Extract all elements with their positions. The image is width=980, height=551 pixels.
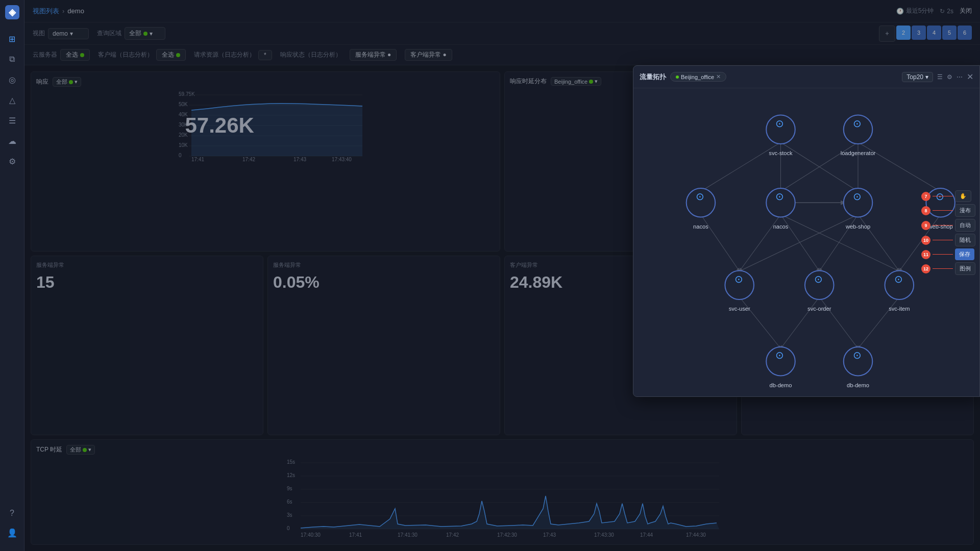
svg-text:svc-stock: svc-stock [769, 150, 793, 156]
modal-overlay: 流量拓扑 Beijing_office ✕ Top20 ▾ ☰ ⚙ ⋯ ✕ [24, 0, 980, 551]
filter-icon[interactable]: ⚙ [947, 73, 952, 81]
svg-text:⊙: ⊙ [775, 118, 784, 129]
svg-text:db-demo: db-demo [847, 382, 869, 388]
more-options-icon[interactable]: ⋯ [957, 73, 963, 81]
sidebar-item-cloud[interactable]: ☁ [3, 132, 21, 150]
sidebar-item-alert[interactable]: △ [3, 91, 21, 109]
modal-tag-close-icon[interactable]: ✕ [716, 73, 721, 80]
svg-text:⊙: ⊙ [775, 349, 784, 361]
svg-text:⊙: ⊙ [696, 191, 704, 202]
sidebar-item-topology[interactable]: ⧉ [3, 50, 21, 68]
sidebar-item-map[interactable]: ◎ [3, 70, 21, 89]
svg-line-74 [781, 297, 820, 348]
context-item-roam[interactable]: 漫布 [955, 204, 975, 217]
sidebar-item-logs[interactable]: ☰ [3, 111, 21, 130]
sidebar-item-help[interactable]: ? [3, 504, 21, 522]
svg-text:⊙: ⊙ [853, 118, 862, 129]
sidebar: ◈ ⊞ ⧉ ◎ △ ☰ ☁ ⚙ ? 👤 [0, 0, 24, 551]
svg-line-75 [819, 297, 858, 348]
svg-text:svc-order: svc-order [807, 306, 831, 312]
node-db-demo-right[interactable]: ⊙ db-demo [844, 347, 873, 388]
node-svc-user[interactable]: ⊙ svc-user [725, 271, 754, 312]
topology-modal: 流量拓扑 Beijing_office ✕ Top20 ▾ ☰ ⚙ ⋯ ✕ [633, 65, 980, 397]
badge-12: 12 [921, 264, 930, 273]
svg-text:◈: ◈ [8, 7, 16, 17]
svg-text:⊙: ⊙ [734, 273, 743, 285]
svg-text:⊙: ⊙ [894, 273, 903, 285]
context-item-random[interactable]: 随机 [955, 234, 975, 246]
svg-text:db-demo: db-demo [770, 382, 792, 388]
badge-11: 11 [921, 250, 930, 259]
badge-9: 9 [921, 221, 930, 230]
svg-text:nacos: nacos [693, 223, 708, 230]
context-item-legend[interactable]: 图例 [955, 262, 975, 275]
node-svc-order[interactable]: ⊙ svc-order [805, 271, 834, 312]
context-item-auto[interactable]: 自动 [955, 219, 975, 232]
svg-text:nacos: nacos [773, 223, 789, 230]
node-loadgenerator[interactable]: ⊙ loadgenerator [841, 115, 876, 157]
svg-text:svc-item: svc-item [889, 306, 910, 312]
app-logo[interactable]: ◈ [4, 4, 20, 20]
topology-area: ⊙ svc-stock ⊙ loadgenerator ⊙ nacos [633, 88, 979, 397]
sidebar-item-settings[interactable]: ⚙ [3, 152, 21, 170]
svg-text:⊙: ⊙ [814, 273, 823, 285]
badge-8: 8 [921, 206, 930, 215]
top20-select[interactable]: Top20 ▾ [902, 72, 933, 82]
svg-text:⊙: ⊙ [853, 191, 862, 202]
node-svc-stock[interactable]: ⊙ svc-stock [766, 115, 795, 157]
chevron-down-icon: ▾ [925, 73, 928, 81]
context-item-pan[interactable]: ✋ [955, 190, 971, 202]
badge-10: 10 [921, 236, 930, 245]
list-view-icon[interactable]: ☰ [937, 73, 943, 81]
svg-text:web-shop: web-shop [845, 223, 870, 230]
node-db-demo-left[interactable]: ⊙ db-demo [766, 347, 795, 388]
modal-header-controls: Top20 ▾ ☰ ⚙ ⋯ ✕ [902, 72, 973, 82]
node-web-shop-center[interactable]: ⊙ web-shop [844, 188, 873, 230]
sidebar-item-dashboard[interactable]: ⊞ [3, 30, 21, 48]
modal-header: 流量拓扑 Beijing_office ✕ Top20 ▾ ☰ ⚙ ⋯ ✕ [633, 66, 979, 88]
svg-line-76 [858, 297, 899, 348]
node-nacos-left[interactable]: ⊙ nacos [687, 188, 716, 230]
context-item-save[interactable]: 保存 [955, 248, 974, 260]
svg-text:svc-user: svc-user [729, 306, 750, 312]
modal-tag-dot [676, 76, 679, 79]
svg-text:⊙: ⊙ [853, 349, 862, 361]
context-menu: 7 ✋ 8 漫布 9 自动 [921, 190, 975, 275]
sidebar-item-user[interactable]: 👤 [3, 523, 21, 542]
modal-close-button[interactable]: ✕ [967, 72, 973, 82]
node-svc-item[interactable]: ⊙ svc-item [885, 271, 914, 312]
modal-location-tag[interactable]: Beijing_office ✕ [670, 72, 726, 82]
svg-text:loadgenerator: loadgenerator [841, 150, 876, 156]
modal-tag-label: Beijing_office [681, 74, 714, 80]
badge-7: 7 [921, 192, 930, 201]
svg-text:⊙: ⊙ [775, 191, 784, 202]
node-nacos-center[interactable]: ⊙ nacos [766, 188, 795, 230]
modal-title: 流量拓扑 [640, 72, 666, 82]
svg-line-73 [740, 297, 781, 348]
